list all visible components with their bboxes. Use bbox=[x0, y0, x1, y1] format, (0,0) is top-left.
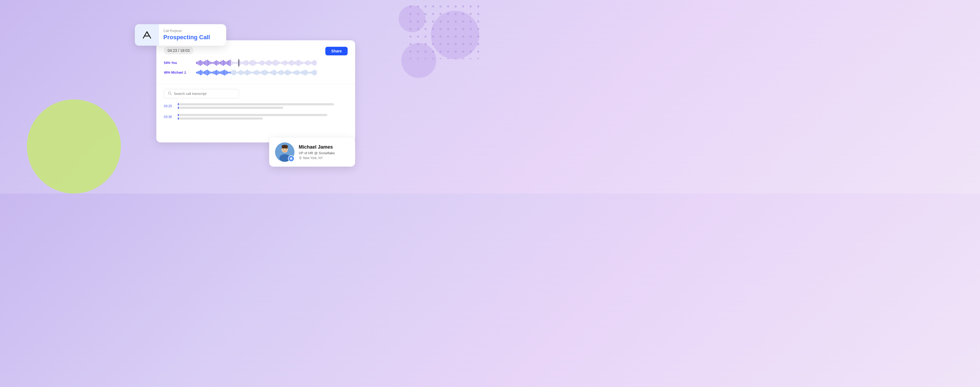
waveform-bar bbox=[259, 62, 260, 64]
waveform-bar bbox=[251, 60, 252, 65]
waveform-bar bbox=[211, 62, 212, 64]
waveform-bar bbox=[289, 61, 290, 65]
transcript-entry-1: 03:25 bbox=[164, 103, 348, 110]
waveform-bar bbox=[216, 70, 217, 75]
waveform-bar bbox=[285, 71, 286, 74]
contact-location-text: New York, NY bbox=[303, 156, 323, 160]
waveform-bar bbox=[204, 71, 205, 74]
waveform-bar bbox=[314, 70, 315, 75]
waveform-bar bbox=[207, 70, 208, 75]
waveform-bar bbox=[275, 70, 276, 75]
waveform-bar bbox=[261, 61, 261, 65]
waveform-bar bbox=[267, 71, 268, 74]
waveform-bar bbox=[278, 61, 279, 65]
waveform-bar bbox=[213, 62, 215, 64]
waveform-bar bbox=[247, 61, 248, 65]
contact-name: Michael James bbox=[299, 144, 335, 150]
waveform-bar bbox=[306, 70, 307, 75]
waveform-bar bbox=[238, 71, 239, 74]
transcript-bar-1a bbox=[178, 103, 334, 105]
waveform-bar bbox=[245, 61, 245, 65]
transcript-bars-2 bbox=[178, 114, 348, 121]
waveform-bar bbox=[239, 60, 240, 65]
decorative-circles bbox=[356, 0, 490, 194]
waveform-bar bbox=[228, 60, 229, 65]
waveform-bar bbox=[222, 61, 223, 65]
waveform-bar bbox=[218, 61, 218, 65]
waveform-bar bbox=[283, 72, 284, 74]
waveform-bar bbox=[218, 71, 218, 75]
waveform-bar bbox=[246, 70, 247, 75]
waveform-bar bbox=[224, 70, 225, 75]
waveform-bar bbox=[204, 61, 205, 65]
waveform-bar bbox=[291, 72, 292, 73]
waveform-bar bbox=[302, 71, 303, 75]
waveform-bar bbox=[227, 61, 228, 65]
waveform-bar bbox=[258, 71, 259, 75]
waveform-bar bbox=[220, 71, 221, 74]
contact-location: New York, NY bbox=[299, 156, 335, 160]
waveform-bar bbox=[203, 62, 204, 64]
svg-point-7 bbox=[283, 149, 284, 150]
waveform-bar bbox=[211, 72, 212, 73]
waveform-bar bbox=[243, 72, 244, 74]
waveform-bar bbox=[310, 72, 311, 74]
time-display: 04:23 / 18:03 bbox=[164, 47, 193, 54]
waveform-bar bbox=[286, 70, 287, 75]
bg-circle-2 bbox=[401, 43, 436, 78]
waveform-bar bbox=[255, 61, 256, 65]
waveform-bar bbox=[281, 70, 282, 75]
waveform-bar bbox=[232, 61, 233, 65]
waveform-bar bbox=[305, 70, 306, 75]
waveform-bar bbox=[299, 61, 300, 65]
waveform-you[interactable] bbox=[196, 59, 348, 67]
waveform-bar bbox=[205, 70, 206, 75]
waveform-bar bbox=[283, 61, 284, 65]
waveform-bar bbox=[199, 71, 200, 75]
waveform-bar bbox=[254, 71, 255, 74]
waveform-bar bbox=[259, 72, 260, 74]
scene-container: Call Purpose Prospecting Call Share 04:2… bbox=[135, 19, 355, 175]
waveform-bar bbox=[236, 62, 237, 64]
waveform-bar bbox=[243, 61, 244, 65]
waveform-bar bbox=[203, 72, 204, 74]
waveform-bar bbox=[270, 61, 271, 65]
waveform-bar bbox=[235, 70, 236, 75]
waveform-bar bbox=[309, 61, 310, 65]
waveform-bar bbox=[266, 70, 267, 75]
waveform-bar bbox=[277, 61, 277, 65]
waveform-bar bbox=[278, 71, 279, 74]
waveform-bar bbox=[230, 60, 231, 66]
waveform-bar bbox=[254, 61, 255, 65]
avatar-wrap bbox=[275, 142, 294, 162]
waveform-bar bbox=[245, 71, 245, 74]
waveform-bar bbox=[308, 60, 309, 65]
waveform-michael[interactable] bbox=[196, 69, 348, 76]
call-purpose-label: Call Purpose bbox=[163, 29, 210, 33]
waveform-bar bbox=[248, 70, 249, 75]
waveform-bar bbox=[263, 70, 264, 75]
waveform-bar bbox=[215, 70, 216, 75]
waveform-bar bbox=[290, 61, 291, 65]
svg-point-8 bbox=[286, 149, 286, 150]
waveform-bar bbox=[279, 62, 280, 64]
location-icon bbox=[299, 156, 302, 160]
svg-line-3 bbox=[170, 94, 172, 95]
search-box[interactable] bbox=[164, 89, 239, 98]
waveform-bar bbox=[298, 71, 299, 75]
waveform-bar bbox=[207, 60, 208, 66]
search-input[interactable] bbox=[174, 92, 235, 96]
waveform-bar bbox=[291, 60, 292, 66]
share-button[interactable]: Share bbox=[325, 47, 348, 55]
waveform-bar bbox=[253, 60, 253, 66]
waveform-bar bbox=[263, 61, 264, 65]
waveform-bar bbox=[234, 70, 234, 75]
waveform-bar bbox=[289, 70, 290, 75]
waveform-bar bbox=[286, 61, 287, 65]
waveform-bar bbox=[273, 61, 274, 65]
waveform-bar bbox=[262, 60, 263, 65]
waveform-bar bbox=[216, 60, 217, 65]
waveform-bar bbox=[222, 71, 223, 75]
waveform-bar bbox=[232, 70, 233, 75]
transcript-entry-2: 03:36 bbox=[164, 114, 348, 121]
